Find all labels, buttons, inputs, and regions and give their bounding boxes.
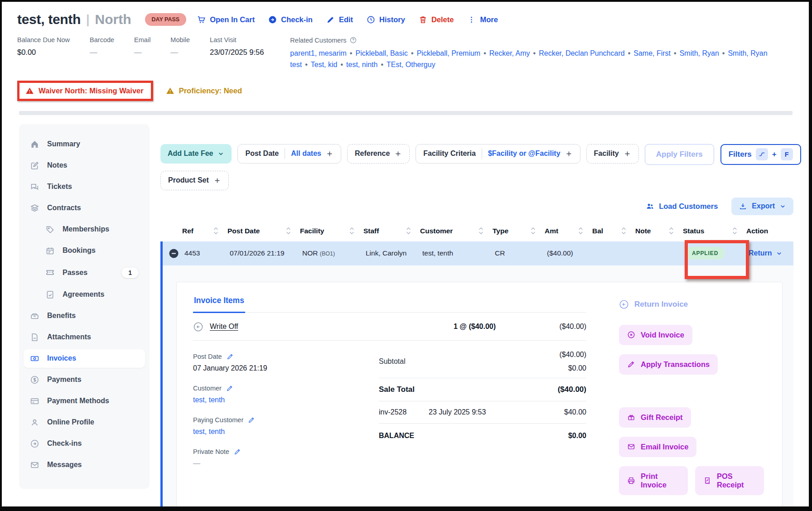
- arrow-circle-icon: [30, 439, 39, 448]
- related-customer-link[interactable]: Pickleball, Premium: [417, 49, 480, 57]
- email-invoice-button[interactable]: Email Invoice: [619, 437, 696, 457]
- related-customer-link[interactable]: TEst, Otherguy: [387, 61, 435, 68]
- post-date-filter[interactable]: Post Date All dates: [237, 144, 341, 164]
- sidebar-item-notes[interactable]: Notes: [24, 156, 145, 175]
- column-header-status[interactable]: Status: [683, 227, 746, 235]
- sidebar-item-messages[interactable]: Messages: [24, 456, 145, 474]
- sidebar-item-passes[interactable]: Passes 1: [24, 263, 145, 283]
- related-customer-link[interactable]: Smith, Ryan: [680, 49, 719, 57]
- related-customer-link[interactable]: parent1, mesarim: [290, 49, 347, 57]
- column-header-bal[interactable]: Bal: [592, 227, 635, 235]
- related-customer-link[interactable]: Pickleball, Basic: [355, 49, 408, 57]
- help-icon[interactable]: [349, 36, 357, 44]
- proficiency-alert[interactable]: Proficiency: Need: [166, 87, 242, 95]
- facility-filter[interactable]: Facility: [586, 144, 639, 164]
- sidebar-item-bookings[interactable]: Bookings: [24, 241, 145, 260]
- sidebar-item-invoices[interactable]: Invoices: [24, 349, 145, 368]
- sidebar-item-check-ins[interactable]: Check-ins: [24, 434, 145, 453]
- column-header-note[interactable]: Note: [635, 227, 683, 235]
- column-header-type[interactable]: Type: [493, 227, 545, 235]
- facility-criteria-filter[interactable]: Facility Criteria $Facility or @Facility: [416, 144, 580, 164]
- sidebar-item-payment-methods[interactable]: Payment Methods: [24, 392, 145, 410]
- edit-button[interactable]: Edit: [326, 15, 353, 24]
- related-customer-link[interactable]: Same, First: [633, 49, 671, 57]
- print-invoice-button[interactable]: Print Invoice: [619, 466, 688, 495]
- column-header-customer[interactable]: Customer: [420, 227, 493, 235]
- line-item-name[interactable]: Write Off: [210, 323, 238, 331]
- sort-icon[interactable]: [621, 227, 626, 234]
- waiver-alert[interactable]: Waiver North: Missing Waiver: [39, 87, 144, 95]
- expanded-row-group: 4453 07/01/2026 21:19 NOR (BO1) Link, Ca…: [160, 241, 793, 511]
- return-label: Return: [749, 249, 772, 257]
- table-row[interactable]: 4453 07/01/2026 21:19 NOR (BO1) Link, Ca…: [163, 241, 793, 265]
- sidebar-item-contracts[interactable]: Contracts: [24, 199, 145, 217]
- product-set-filter-label: Product Set: [168, 176, 209, 184]
- column-header-action[interactable]: Action: [746, 227, 793, 235]
- sidebar-item-memberships[interactable]: Memberships: [24, 220, 145, 239]
- related-customer-link[interactable]: Recker, Amy: [489, 49, 530, 57]
- sidebar-item-attachments[interactable]: Attachments: [24, 328, 145, 347]
- sidebar-item-payments[interactable]: Payments: [24, 371, 145, 389]
- more-button[interactable]: More: [467, 15, 498, 24]
- return-invoice-button[interactable]: Return Invoice: [619, 299, 764, 309]
- delete-button[interactable]: Delete: [419, 15, 454, 24]
- sort-icon[interactable]: [213, 227, 218, 234]
- sidebar-item-benefits[interactable]: Benefits: [24, 307, 145, 325]
- history-button[interactable]: History: [367, 15, 405, 24]
- return-item-icon[interactable]: [193, 322, 203, 332]
- export-button[interactable]: Export: [731, 198, 793, 215]
- barcode-label: Barcode: [90, 36, 114, 43]
- sidebar-item-summary[interactable]: Summary: [24, 135, 145, 154]
- gift-receipt-button[interactable]: Gift Receipt: [619, 407, 691, 428]
- edit-pencil-icon[interactable]: [234, 448, 241, 455]
- sidebar-item-online-profile[interactable]: Online Profile: [24, 413, 145, 432]
- reference-filter[interactable]: Reference: [347, 144, 410, 164]
- sort-icon[interactable]: [669, 227, 674, 234]
- column-header-post-date[interactable]: Post Date: [227, 227, 300, 235]
- edit-pencil-icon[interactable]: [227, 353, 234, 360]
- sidebar-item-agreements[interactable]: Agreements: [24, 285, 145, 304]
- tab-invoice-items[interactable]: Invoice Items: [193, 294, 245, 313]
- collapse-row-button[interactable]: [163, 248, 184, 259]
- return-button[interactable]: Return: [749, 249, 793, 257]
- sort-icon[interactable]: [732, 227, 737, 234]
- related-customer-link[interactable]: test, ninth: [346, 61, 377, 68]
- column-header-ref[interactable]: Ref: [182, 227, 227, 235]
- sort-icon[interactable]: [349, 227, 354, 234]
- check-in-button[interactable]: Check-in: [268, 15, 313, 24]
- related-customer-link[interactable]: Test, kid: [311, 61, 338, 68]
- sidebar-item-tickets[interactable]: Tickets: [24, 178, 145, 196]
- table-header-row: Ref Post Date Facility Staff Customer Ty…: [160, 221, 793, 241]
- void-invoice-button[interactable]: Void Invoice: [619, 325, 692, 345]
- download-icon: [739, 202, 747, 211]
- subtotal-value-2: $0.00: [568, 364, 586, 372]
- edit-pencil-icon[interactable]: [248, 416, 255, 424]
- paying-customer-detail-link[interactable]: test, tenth: [193, 428, 361, 436]
- filters-button[interactable]: Filters + F: [720, 144, 801, 165]
- pos-receipt-button[interactable]: POS Receipt: [695, 466, 764, 495]
- apply-transactions-button[interactable]: Apply Transactions: [619, 354, 718, 375]
- add-late-fee-button[interactable]: Add Late Fee: [160, 144, 232, 164]
- column-header-staff[interactable]: Staff: [363, 227, 420, 235]
- chevron-down-icon: [218, 150, 224, 157]
- load-customers-button[interactable]: Load Customers: [646, 202, 718, 211]
- sort-icon[interactable]: [478, 227, 483, 234]
- sort-icon[interactable]: [578, 227, 583, 234]
- apply-filters-button[interactable]: Apply Filters: [645, 144, 714, 165]
- add-late-fee-label: Add Late Fee: [168, 149, 213, 158]
- column-header-amt[interactable]: Amt: [545, 227, 592, 235]
- open-in-cart-button[interactable]: Open In Cart: [197, 15, 255, 24]
- edit-pencil-icon[interactable]: [226, 385, 233, 392]
- customer-detail-link[interactable]: test, tenth: [193, 396, 361, 404]
- sort-icon[interactable]: [531, 227, 536, 234]
- sort-icon[interactable]: [286, 227, 291, 234]
- page-title: test, tenth: [17, 12, 81, 27]
- post-date-detail-label: Post Date: [193, 353, 222, 360]
- sort-icon[interactable]: [406, 227, 411, 234]
- invoice-detail-zone: Invoice Items Write Off 1 @ ($40.00) ($4…: [163, 265, 793, 511]
- load-customers-label: Load Customers: [659, 202, 718, 211]
- customer-info-row: Balance Due Now $0.00 Barcode — Email — …: [2, 27, 809, 71]
- column-header-facility[interactable]: Facility: [300, 227, 363, 235]
- product-set-filter[interactable]: Product Set: [160, 171, 229, 190]
- related-customer-link[interactable]: Recker, Declan Punchcard: [539, 49, 624, 57]
